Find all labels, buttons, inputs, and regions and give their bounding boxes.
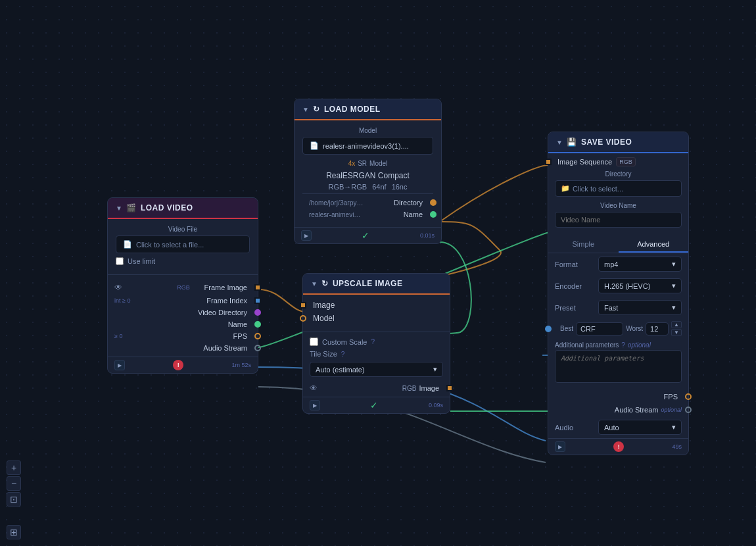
upscale-icon: ↻: [321, 279, 329, 288]
model-file-icon: 📄: [310, 141, 319, 150]
preset-row: Preset Fast ▾: [548, 297, 688, 318]
collapse-arrow-save[interactable]: ▼: [556, 139, 563, 146]
encoder-label: Encoder: [555, 282, 594, 290]
save-video-header[interactable]: ▼ 💾 SAVE VIDEO: [548, 132, 688, 153]
preset-select[interactable]: Fast ▾: [598, 300, 682, 315]
collapse-arrow[interactable]: ▼: [116, 205, 122, 212]
preset-value: Fast: [604, 304, 618, 312]
model-category-tag: Model: [369, 160, 387, 167]
format-select[interactable]: mp4 ▾: [598, 257, 682, 272]
load-video-time: 1m 52s: [231, 362, 251, 368]
collapse-arrow-model[interactable]: ▼: [302, 106, 309, 113]
use-limit-row: Use limit: [116, 257, 250, 265]
play-button-model[interactable]: ▶: [301, 230, 312, 241]
zoom-out-button[interactable]: −: [7, 476, 21, 491]
upscale-image-header[interactable]: ▼ ↻ UPSCALE IMAGE: [303, 274, 450, 295]
eye-icon-upscale[interactable]: 👁: [310, 384, 318, 393]
frame-image-port[interactable]: [254, 284, 261, 291]
directory-select[interactable]: 📁 Click to select...: [555, 180, 682, 197]
tile-size-value: Auto (estimate): [316, 366, 365, 374]
format-label: Format: [555, 261, 594, 268]
model-color: RGB→RGB: [329, 183, 367, 191]
use-limit-checkbox[interactable]: [116, 257, 124, 265]
save-video-time: 49s: [672, 443, 682, 450]
image-seq-row: Image Sequence RGB: [548, 153, 688, 168]
audio-select[interactable]: Auto ▾: [598, 420, 682, 435]
fps-sublabel: ≥ 0: [114, 333, 122, 339]
check-icon-upscale: ✓: [370, 400, 378, 410]
worst-label: Worst: [626, 325, 643, 332]
crf-dot[interactable]: [545, 326, 552, 332]
model-input-label: Model: [313, 314, 335, 323]
params-textarea[interactable]: [555, 350, 682, 383]
eye-icon[interactable]: 👁: [114, 283, 122, 292]
frame-image-port-row: 👁 RGB Frame Image: [108, 280, 258, 295]
grid-button[interactable]: ⊞: [7, 525, 21, 539]
custom-scale-checkbox[interactable]: [310, 337, 318, 346]
spinner-up[interactable]: ▲: [671, 321, 682, 328]
video-directory-port[interactable]: [254, 309, 261, 316]
model-size1: 64nf: [372, 183, 386, 191]
name-label-model: Name: [368, 211, 427, 218]
video-file-input[interactable]: 📄 Click to select a file...: [116, 236, 250, 253]
audio-stream-save-port[interactable]: [685, 407, 692, 413]
encoder-select[interactable]: H.265 (HEVC) ▾: [598, 278, 682, 293]
fps-save-label: FPS: [664, 393, 678, 401]
tile-size-row: Tile Size ?: [303, 349, 450, 359]
model-file-name: realesr-animevideov3(1)....: [323, 142, 409, 150]
load-video-header[interactable]: ▼ 🎬 LOAD VIDEO: [108, 198, 258, 219]
load-model-time: 0.01s: [420, 232, 435, 239]
chevron-preset: ▾: [672, 303, 676, 312]
model-size2: 16nc: [392, 183, 408, 191]
load-model-header[interactable]: ▼ ↻ LOAD MODEL: [295, 99, 441, 120]
frame-index-port[interactable]: [254, 297, 261, 304]
collapse-arrow-upscale[interactable]: ▼: [311, 280, 318, 287]
frame-image-sublabel: RGB: [177, 284, 190, 291]
image-output-port[interactable]: [446, 385, 453, 391]
zoom-in-button[interactable]: +: [7, 460, 21, 475]
image-seq-port[interactable]: [545, 159, 552, 165]
model-file-box[interactable]: 📄 realesr-animevideov3(1)....: [302, 137, 433, 155]
name-port-row: Name: [108, 318, 258, 330]
audio-stream-port[interactable]: [254, 345, 261, 351]
video-name-input[interactable]: [555, 212, 682, 228]
save-video-node: ▼ 💾 SAVE VIDEO Image Sequence RGB Direct…: [548, 132, 689, 455]
params-label: Additional parameters: [555, 341, 619, 349]
image-input-label: Image: [313, 301, 335, 310]
model-input-port[interactable]: [300, 315, 306, 322]
tile-size-select[interactable]: Auto (estimate) ▾: [310, 362, 443, 377]
tile-size-help[interactable]: ?: [341, 351, 345, 358]
custom-scale-help[interactable]: ?: [371, 338, 375, 345]
name-port-model[interactable]: [430, 211, 437, 218]
model-name: RealESRGAN Compact: [302, 171, 433, 180]
fps-save-port[interactable]: [685, 393, 692, 400]
play-button-save[interactable]: ▶: [555, 441, 565, 452]
name-port[interactable]: [254, 321, 261, 328]
directory-label: Directory: [368, 199, 427, 207]
fps-port[interactable]: [254, 333, 261, 339]
chevron-down-icon: ▾: [433, 365, 437, 374]
crf-input[interactable]: [576, 322, 623, 335]
spinner-down[interactable]: ▼: [671, 329, 682, 336]
best-label: Best: [560, 325, 573, 332]
audio-value: Auto: [604, 424, 619, 432]
spinner[interactable]: ▲ ▼: [671, 321, 682, 336]
worst-input[interactable]: [646, 322, 669, 335]
image-out-badge: RGB: [402, 385, 417, 392]
play-button-upscale[interactable]: ▶: [310, 400, 320, 410]
file-icon: 📄: [123, 240, 132, 249]
play-button[interactable]: ▶: [114, 360, 125, 370]
fit-button[interactable]: ⊡: [7, 492, 21, 507]
check-icon: ✓: [362, 230, 369, 241]
image-input-port[interactable]: [300, 302, 306, 309]
directory-port-row: /home/jorj/Загрузки... Directory: [302, 197, 433, 209]
audio-label: Audio: [555, 424, 594, 432]
fps-label: FPS: [125, 332, 251, 340]
tab-advanced[interactable]: Advanced: [619, 237, 689, 253]
params-help[interactable]: ?: [621, 341, 625, 349]
error-badge: !: [173, 360, 183, 370]
directory-port[interactable]: [430, 199, 437, 206]
model-type-tag: SR: [358, 160, 367, 167]
fps-row: FPS: [548, 390, 688, 403]
tab-simple[interactable]: Simple: [548, 237, 619, 253]
